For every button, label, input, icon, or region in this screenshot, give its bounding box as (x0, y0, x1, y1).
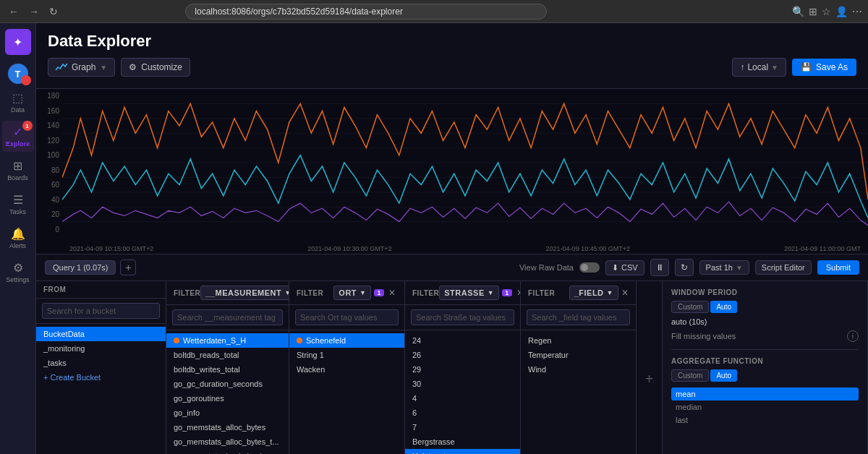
user-avatar[interactable]: T 2 (8, 64, 28, 84)
list-item[interactable]: Wacken (289, 362, 404, 377)
list-item[interactable]: 29 (405, 362, 520, 377)
query-section: Query 1 (0.07s) + View Raw Data ⬇ CSV ⏸ (36, 254, 868, 454)
fill-missing-info-btn[interactable]: i (847, 330, 859, 342)
list-item[interactable]: boltdb_reads_total (166, 348, 289, 362)
filter3-search (405, 305, 520, 330)
list-item[interactable]: Wetterdaten_S_H (166, 333, 289, 348)
list-item[interactable]: Holstenstrasse (405, 449, 520, 454)
add-query-button[interactable]: + (120, 260, 136, 275)
view-raw-toggle[interactable] (579, 262, 600, 273)
star-btn[interactable]: ☆ (822, 6, 831, 17)
sidebar-item-explore[interactable]: ✓ Explore 1 (2, 121, 34, 152)
script-editor-button[interactable]: Script Editor (755, 260, 812, 275)
tasks-icon: ☰ (13, 193, 23, 207)
strasse-dropdown[interactable]: Straße ▼ (439, 286, 499, 300)
query-tab-1[interactable]: Query 1 (0.07s) (45, 260, 116, 275)
main-content: Data Explorer Graph ▼ ⚙ Customize ↑ (36, 23, 868, 454)
list-item[interactable]: go_memstats_buck_hash_sys... (166, 449, 289, 454)
dropdown-chevron: ▼ (100, 64, 107, 72)
list-item[interactable]: Bergstrasse (405, 434, 520, 449)
timerange-button[interactable]: Past 1h ▼ (699, 260, 749, 275)
agg-custom-btn[interactable]: Custom (671, 369, 709, 382)
refresh-button[interactable]: ↻ (675, 259, 694, 276)
agg-last-item[interactable]: last (671, 414, 859, 427)
list-item[interactable]: go_memstats_alloc_bytes_t... (166, 434, 289, 449)
add-filter-button[interactable]: + (645, 304, 654, 454)
aggregate-title: AGGREGATE FUNCTION (671, 357, 859, 365)
browser-chrome: ← → ↻ 🔍 ⊞ ☆ 👤 ⋯ (0, 0, 868, 23)
list-item[interactable]: 6 (405, 406, 520, 420)
sidebar-item-alerts[interactable]: 🔔 Alerts (2, 223, 34, 254)
ort-search-input[interactable] (295, 309, 399, 325)
sidebar-item-boards[interactable]: ⊞ Boards (2, 155, 34, 186)
create-bucket-button[interactable]: + Create Bucket (36, 370, 166, 385)
bucket-search-input[interactable] (42, 303, 160, 319)
window-period-row: Custom Auto (671, 301, 859, 313)
page-header: Data Explorer Graph ▼ ⚙ Customize ↑ (36, 23, 868, 88)
chart-canvas (62, 89, 868, 236)
list-item[interactable]: BucketData (36, 327, 166, 341)
list-item[interactable]: 24 (405, 333, 520, 348)
filter-field-panel: Filter _field ▼ ✕ Regen (521, 281, 637, 454)
app-logo[interactable]: ✦ (5, 29, 31, 55)
agg-auto-btn[interactable]: Auto (710, 369, 737, 382)
list-item[interactable]: go_memstats_alloc_bytes (166, 420, 289, 434)
url-bar[interactable] (185, 4, 547, 20)
toolbar: Graph ▼ ⚙ Customize ↑ Local ▼ 💾 Save As (48, 58, 856, 82)
back-button[interactable]: ← (6, 4, 22, 19)
list-item[interactable]: Temperatur (521, 348, 636, 362)
filter2-remove-btn[interactable]: ✕ (387, 288, 397, 298)
sidebar-item-settings[interactable]: ⚙ Settings (2, 257, 34, 288)
refresh-icon: ↻ (681, 262, 688, 273)
measurement-dropdown[interactable]: __measurement ▼ (200, 286, 289, 300)
list-item[interactable]: Regen (521, 333, 636, 348)
ort-dropdown[interactable]: Ort ▼ (333, 286, 371, 300)
list-item[interactable]: boltdb_writes_total (166, 362, 289, 377)
filter3-remove-btn[interactable]: ✕ (515, 288, 521, 298)
window-custom-btn[interactable]: Custom (671, 301, 709, 313)
measurement-search-input[interactable] (172, 309, 283, 325)
account-btn[interactable]: 👤 (835, 6, 848, 17)
customize-button[interactable]: ⚙ Customize (121, 58, 190, 77)
list-item[interactable]: String 1 (289, 348, 404, 362)
submit-button[interactable]: Submit (817, 260, 859, 275)
menu-btn[interactable]: ⋯ (852, 6, 862, 17)
pause-button[interactable]: ⏸ (650, 259, 669, 276)
agg-median-item[interactable]: median (671, 401, 859, 414)
list-item[interactable]: 30 (405, 377, 520, 391)
save-as-button[interactable]: 💾 Save As (792, 59, 856, 76)
filter4-close-btn[interactable]: ✕ (621, 288, 629, 298)
gear-icon: ⚙ (129, 62, 137, 72)
list-item[interactable]: 4 (405, 391, 520, 406)
time-icon: ↑ (740, 62, 744, 72)
field-search-input[interactable] (527, 309, 630, 325)
window-auto-btn[interactable]: Auto (710, 301, 737, 313)
list-item[interactable]: _monitoring (36, 341, 166, 356)
window-period-toggle: Custom Auto (671, 301, 737, 313)
list-item[interactable]: 26 (405, 348, 520, 362)
csv-button[interactable]: ⬇ CSV (605, 260, 644, 275)
extensions-btn[interactable]: ⊞ (809, 6, 817, 17)
field-dropdown[interactable]: _field ▼ (569, 286, 618, 300)
reload-button[interactable]: ↻ (46, 4, 61, 19)
dropdown-chevron: ▼ (607, 289, 613, 296)
search-browser-btn[interactable]: 🔍 (792, 6, 804, 17)
list-item[interactable]: Wind (521, 362, 636, 377)
list-item[interactable]: go_goroutines (166, 391, 289, 406)
list-item[interactable]: Schenefeld (289, 333, 404, 348)
strasse-search-input[interactable] (411, 309, 514, 325)
save-icon: 💾 (801, 62, 812, 72)
forward-button[interactable]: → (26, 4, 42, 19)
list-item[interactable]: go_info (166, 406, 289, 420)
filter-ort-panel: Filter Ort ▼ 1 ✕ (289, 281, 405, 454)
agg-mean-item[interactable]: mean (671, 387, 859, 401)
sidebar-item-tasks[interactable]: ☰ Tasks (2, 189, 34, 220)
list-item[interactable]: 7 (405, 420, 520, 434)
graph-type-dropdown[interactable]: Graph ▼ (48, 58, 115, 77)
list-item[interactable]: go_gc_duration_seconds (166, 377, 289, 391)
list-item[interactable]: _tasks (36, 356, 166, 370)
sidebar-item-data[interactable]: ⬚ Data (2, 87, 34, 118)
add-filter-panel: + (637, 281, 663, 454)
timezone-button[interactable]: ↑ Local ▼ (732, 58, 786, 77)
filter-measurement-panel: Filter __measurement ▼ 1 ✕ (166, 281, 289, 454)
